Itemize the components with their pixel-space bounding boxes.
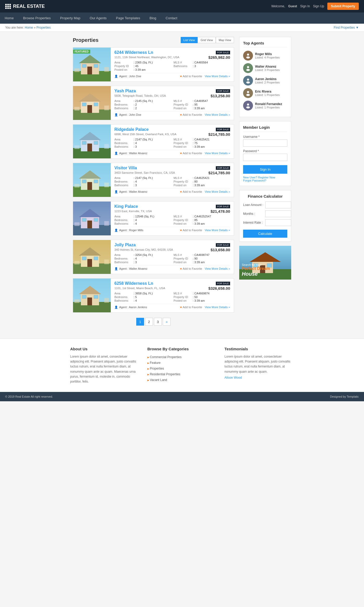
agent-name[interactable]: Roger Mills: [255, 52, 280, 56]
calc-title: Finance Calculator: [243, 194, 287, 198]
map-view-button[interactable]: Map View: [216, 37, 234, 43]
person-icon: [114, 229, 119, 232]
person-icon: [114, 267, 119, 270]
add-favorite-button[interactable]: Add to Favorite: [180, 152, 202, 155]
nav-page-templates[interactable]: Page Templates: [111, 12, 145, 24]
agent-name[interactable]: Eric Rivera: [255, 90, 280, 93]
submit-property-button[interactable]: Submit Property: [327, 3, 359, 10]
username-label: Username *: [243, 135, 287, 139]
password-group: Password *: [243, 149, 287, 161]
username-input[interactable]: [243, 139, 287, 147]
property-actions: Add to Favorite View More Details »: [180, 113, 230, 117]
property-details: Yash Plaza 5608, Telegraph Road, Toledo,…: [111, 86, 234, 120]
view-details-link[interactable]: View More Details »: [205, 267, 230, 270]
nav-our-agents[interactable]: Our Agents: [85, 12, 111, 24]
property-price-block: FOR SALE $21,478.00: [211, 204, 230, 214]
register-link[interactable]: New User? Register Now: [243, 176, 287, 179]
view-details-link[interactable]: View More Details »: [205, 152, 230, 155]
agent-prefix: Agent :: [119, 113, 128, 116]
property-area: Area : 12548 (Sq. Ft.): [114, 215, 171, 218]
agent-prefix: Agent :: [119, 75, 128, 78]
property-name[interactable]: King Palace: [114, 204, 152, 209]
nav-home[interactable]: Home: [0, 12, 18, 24]
interest-input[interactable]: [265, 219, 291, 226]
add-favorite-button[interactable]: Add to Favorite: [180, 190, 202, 193]
login-button[interactable]: Sign In: [243, 165, 287, 174]
property-id: Property ID : 80: [174, 180, 230, 183]
grid-view-button[interactable]: Grid View: [198, 37, 216, 43]
nav-browse-properties[interactable]: Browse Properties: [18, 12, 55, 24]
find-properties-button[interactable]: Find Properties ▼: [334, 26, 359, 29]
add-favorite-button[interactable]: Add to Favorite: [180, 267, 202, 270]
agent-name[interactable]: Walter Alvarez: [255, 65, 280, 68]
property-name[interactable]: Jolly Plaza: [114, 243, 173, 247]
logo-icon: [5, 4, 11, 9]
category-item[interactable]: Vacant Land: [147, 377, 217, 383]
view-details-link[interactable]: View More Details »: [205, 229, 230, 232]
add-favorite-button[interactable]: Add to Favorite: [180, 75, 202, 78]
nav-contact[interactable]: Contact: [161, 12, 182, 24]
agent-item: Ronald Fernandez Listed: 1 Properties: [243, 101, 287, 111]
property-price-block: FOR SALE $265,982.00: [209, 50, 230, 60]
agent-prefix: Agent :: [119, 306, 128, 309]
add-favorite-button[interactable]: Add to Favorite: [180, 306, 202, 309]
signup-link[interactable]: Sign Up: [313, 4, 324, 8]
signin-link[interactable]: Sign In: [300, 4, 310, 8]
svg-rect-31: [87, 182, 92, 190]
property-price-block: FOR SALE $214,785.00: [209, 166, 230, 175]
property-mls: MLS # : CA46252547: [174, 215, 230, 218]
category-item[interactable]: Properties: [147, 366, 217, 371]
property-details: King Palace 1223 East, Kerrville, TX, US…: [111, 202, 234, 235]
page-3-button[interactable]: 3: [154, 318, 162, 326]
agent-name[interactable]: Aaron Jenkins: [255, 77, 280, 81]
view-details-link[interactable]: View More Details »: [205, 113, 230, 117]
view-details-link[interactable]: View More Details »: [205, 75, 230, 78]
property-name[interactable]: Ridgedale Palace: [114, 127, 176, 132]
agent-info: Agent : Walter Alvarez: [114, 267, 147, 270]
property-name[interactable]: 6258 Wilderness Ln: [114, 281, 165, 286]
copyright-text: © 2019 Real Estate All right reserved.: [5, 395, 53, 398]
nav-property-map[interactable]: Property Map: [55, 12, 85, 24]
property-name[interactable]: 6244 Wilderness Ln: [114, 50, 179, 55]
svg-rect-32: [82, 180, 86, 183]
property-specs: Area : 12548 (Sq. Ft.) MLS # : CA4625254…: [114, 215, 230, 225]
breadcrumb-home[interactable]: Home: [25, 26, 33, 29]
property-actions: Add to Favorite View More Details »: [180, 190, 230, 193]
svg-point-71: [247, 104, 249, 106]
svg-rect-49: [87, 259, 92, 267]
property-area: Area : 3254 (Sq. Ft.): [114, 253, 171, 256]
breadcrumb-label: You are here:: [5, 26, 24, 29]
category-item[interactable]: Feature: [147, 360, 217, 366]
property-actions: Add to Favorite View More Details »: [180, 306, 230, 309]
svg-rect-35: [104, 183, 109, 187]
view-details-link[interactable]: View More Details »: [205, 306, 230, 309]
months-input[interactable]: [265, 210, 291, 217]
categories-column: Browse By Categories Commercial Properti…: [147, 347, 217, 384]
property-name[interactable]: Visitor Villa: [114, 166, 175, 170]
property-id: Property ID : 85: [174, 218, 230, 222]
property-price: $21,478.00: [211, 209, 230, 214]
add-favorite-button[interactable]: Add to Favorite: [180, 229, 202, 232]
svg-point-69: [247, 91, 249, 93]
page-next-button[interactable]: »: [163, 318, 171, 326]
category-list: Commercial PropertiesFeaturePropertiesRe…: [147, 354, 217, 383]
forgot-password-link[interactable]: Forgot Password?: [243, 179, 287, 182]
loan-input[interactable]: [265, 202, 291, 208]
property-posted: Posted on : 3:39 am: [174, 299, 230, 302]
add-favorite-button[interactable]: Add to Favorite: [180, 113, 202, 117]
nav-blog[interactable]: Blog: [145, 12, 161, 24]
property-name[interactable]: Yash Plaza: [114, 89, 166, 93]
property-details: 6258 Wilderness Ln 1101, 1st Street, Mia…: [111, 279, 234, 312]
category-item[interactable]: Residential Properties: [147, 371, 217, 377]
password-input[interactable]: [243, 154, 287, 161]
breadcrumb: You are here: Home » Properties Find Pro…: [0, 24, 364, 32]
page-2-button[interactable]: 2: [145, 318, 153, 326]
agent-name[interactable]: Ronald Fernandez: [255, 102, 282, 106]
view-details-link[interactable]: View More Details »: [205, 190, 230, 193]
property-id: Property ID : 95: [174, 103, 230, 106]
page-1-button[interactable]: 1: [136, 318, 144, 326]
list-view-button[interactable]: List View: [181, 37, 198, 43]
calculate-button[interactable]: Calculate: [243, 230, 287, 238]
category-item[interactable]: Commercial Properties: [147, 354, 217, 360]
for-sale-badge: FOR SALE: [216, 89, 230, 93]
